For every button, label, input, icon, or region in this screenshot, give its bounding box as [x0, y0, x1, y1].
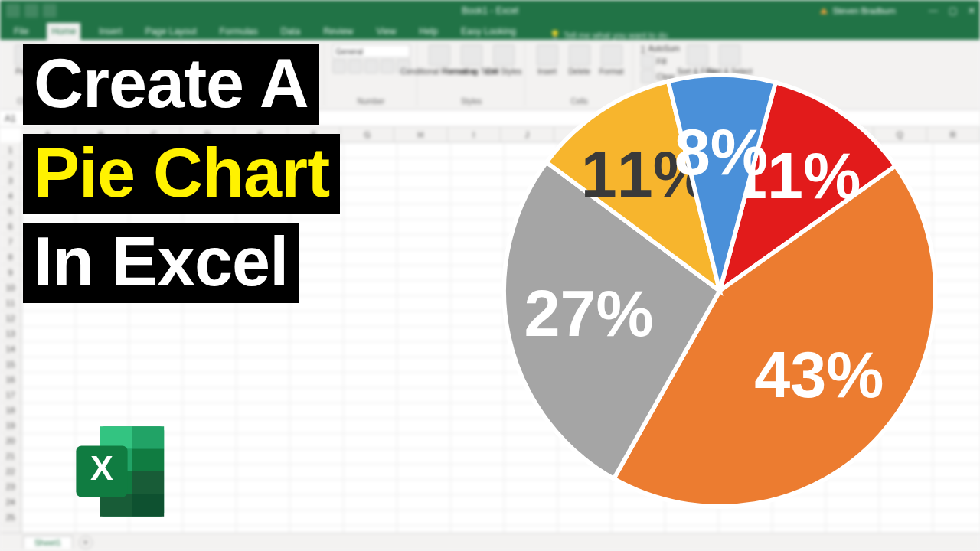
svg-rect-7 [100, 494, 132, 516]
excel-logo-icon: X [66, 418, 181, 525]
headline-line-1: Create A [23, 44, 319, 125]
svg-rect-8 [132, 494, 164, 516]
svg-rect-4 [132, 449, 164, 471]
headline-line-3: In Excel [23, 223, 299, 303]
headline-line-2: Pie Chart [23, 134, 340, 214]
headline-block: Create A Pie Chart In Excel [23, 44, 340, 303]
svg-rect-6 [132, 471, 164, 494]
svg-rect-2 [132, 426, 164, 448]
pie-slice-label: 43% [754, 338, 884, 411]
pie-chart: 11%43%27%11%8% [482, 54, 957, 528]
pie-slice-label: 8% [675, 116, 768, 188]
svg-rect-1 [100, 426, 132, 448]
pie-slice-label: 27% [524, 277, 653, 350]
svg-text:X: X [90, 448, 113, 487]
thumbnail-overlay: Create A Pie Chart In Excel X 11%43%27%1… [0, 0, 980, 551]
